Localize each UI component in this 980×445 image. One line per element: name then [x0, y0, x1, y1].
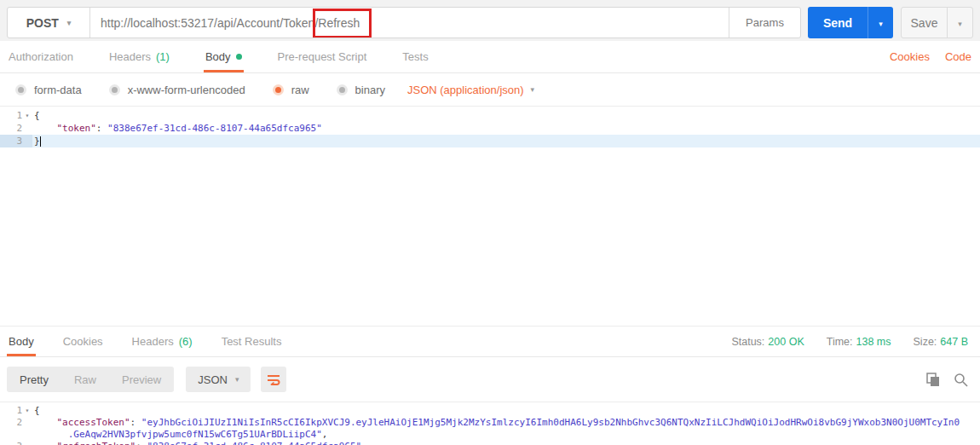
chevron-down-icon: ▾: [67, 19, 72, 27]
search-button[interactable]: [954, 373, 968, 387]
postman-app: POST ▾ http://localhost:53217/api/Accoun…: [0, 0, 980, 445]
code-line: 1▾{: [0, 405, 980, 417]
tab-label: Pre-request Script: [278, 50, 367, 63]
code-link[interactable]: Code: [945, 50, 971, 63]
tab-count-badge: (1): [156, 50, 170, 63]
tab-headers[interactable]: Headers (1): [109, 41, 170, 72]
tab-pre-request-script[interactable]: Pre-request Script: [278, 41, 367, 72]
code-line: .GeAqw2HVN3pfvjpw5umc0fN15wC6Tg51UArBDLi…: [0, 429, 980, 441]
line-number-gutter: 3: [0, 135, 32, 147]
meta-value: 647 B: [940, 336, 968, 348]
format-label: JSON: [198, 373, 228, 386]
radio-form-data[interactable]: form-data: [15, 84, 82, 96]
tab-response-body[interactable]: Body: [9, 327, 34, 356]
tab-label: Cookies: [63, 335, 103, 348]
code-line: 3 "refreshToken": "838e67ef-31cd-486c-81…: [0, 441, 980, 445]
radio-icon: [337, 84, 348, 95]
line-number-gutter: 3: [0, 441, 32, 445]
tab-tests[interactable]: Tests: [402, 41, 428, 72]
time-badge: Time:138 ms: [827, 336, 891, 348]
size-badge: Size:647 B: [914, 336, 968, 348]
radio-binary[interactable]: binary: [337, 84, 385, 96]
radio-icon: [109, 84, 120, 95]
line-number-gutter: 1▾: [0, 109, 32, 122]
radio-label: form-data: [34, 84, 82, 96]
fold-caret-icon[interactable]: ▾: [22, 405, 32, 417]
status-badge: Status:200 OK: [731, 336, 804, 348]
url-text: http://localhost:53217/api/Account/Token…: [101, 16, 318, 30]
line-number-gutter: [0, 429, 32, 441]
params-button[interactable]: Params: [729, 8, 800, 38]
url-bar: POST ▾ http://localhost:53217/api/Accoun…: [7, 7, 801, 38]
tab-label: Body: [205, 50, 231, 63]
tab-test-results[interactable]: Test Results: [222, 327, 282, 356]
copy-button[interactable]: [926, 373, 940, 386]
line-number-gutter: 2: [0, 417, 32, 429]
fold-caret-icon[interactable]: ▾: [22, 109, 32, 122]
send-button-group: Send ▾: [808, 7, 893, 38]
url-refresh-highlight-annotation: Refresh: [318, 16, 360, 30]
code-line: 3}: [0, 135, 980, 147]
request-url-bar-area: POST ▾ http://localhost:53217/api/Accoun…: [0, 0, 980, 41]
line-number-gutter: 1▾: [0, 405, 32, 417]
tab-body[interactable]: Body: [205, 41, 242, 72]
tab-response-cookies[interactable]: Cookies: [63, 327, 103, 356]
save-button-group: Save ▾: [901, 7, 973, 38]
method-selector[interactable]: POST ▾: [8, 8, 90, 38]
response-body-editor[interactable]: 1▾{2 "accessToken": "eyJhbGciOiJIUzI1NiI…: [0, 402, 980, 445]
meta-value: 200 OK: [768, 336, 804, 348]
view-raw-button[interactable]: Raw: [61, 373, 109, 386]
save-button[interactable]: Save: [902, 8, 947, 38]
meta-value: 138 ms: [856, 336, 891, 348]
view-mode-switcher: Pretty Raw Preview: [7, 367, 174, 392]
response-format-selector[interactable]: JSON ▾: [186, 367, 251, 392]
chevron-down-icon: ▾: [879, 20, 883, 28]
wrap-text-button[interactable]: [261, 367, 286, 392]
send-button[interactable]: Send: [808, 7, 868, 38]
radio-icon: [15, 84, 26, 95]
meta-label: Status:: [731, 336, 764, 348]
content-type-selector[interactable]: JSON (application/json) ▾: [407, 84, 534, 96]
radio-raw[interactable]: raw: [273, 84, 309, 96]
response-toolbar-right: [926, 373, 973, 387]
chevron-down-icon: ▾: [531, 85, 535, 94]
code-line: 2 "token": "838e67ef-31cd-486c-8107-44a6…: [0, 122, 980, 135]
chevron-down-icon: ▾: [958, 20, 962, 28]
tab-count-badge: (6): [179, 335, 193, 348]
tab-label: Body: [9, 335, 34, 348]
cookies-link[interactable]: Cookies: [890, 50, 930, 63]
response-section: Body Cookies Headers (6) Test Results St…: [0, 326, 980, 445]
save-dropdown-button[interactable]: ▾: [947, 8, 972, 38]
content-type-label: JSON (application/json): [407, 84, 524, 96]
view-pretty-button[interactable]: Pretty: [7, 373, 61, 386]
meta-label: Size:: [914, 336, 937, 348]
copy-icon: [926, 373, 940, 386]
radio-label: raw: [291, 84, 309, 96]
text-cursor: [40, 136, 41, 147]
request-tabs: Authorization Headers (1) Body Pre-reque…: [0, 41, 980, 73]
method-label: POST: [26, 16, 59, 30]
request-body-editor[interactable]: 1▾{2 "token": "838e67ef-31cd-486c-8107-4…: [0, 106, 980, 251]
tab-authorization[interactable]: Authorization: [9, 41, 73, 72]
tab-label: Authorization: [9, 50, 73, 63]
view-preview-button[interactable]: Preview: [109, 373, 174, 386]
meta-label: Time:: [827, 336, 853, 348]
body-filled-dot-icon: [236, 54, 242, 60]
send-dropdown-button[interactable]: ▾: [868, 7, 893, 38]
chevron-down-icon: ▾: [235, 375, 239, 384]
body-type-bar: form-data x-www-form-urlencoded raw bina…: [0, 73, 980, 106]
response-toolbar: Pretty Raw Preview JSON ▾: [0, 357, 980, 402]
radio-label: x-www-form-urlencoded: [128, 84, 245, 96]
tab-label: Test Results: [222, 335, 282, 348]
radio-selected-icon: [273, 84, 284, 95]
tab-response-headers[interactable]: Headers (6): [132, 327, 193, 356]
tab-label: Headers: [132, 335, 174, 348]
radio-x-www-form-urlencoded[interactable]: x-www-form-urlencoded: [109, 84, 245, 96]
url-input[interactable]: http://localhost:53217/api/Account/Token…: [90, 8, 729, 38]
response-meta: Status:200 OK Time:138 ms Size:647 B: [731, 336, 971, 348]
wrap-text-icon: [267, 373, 280, 385]
code-line: 2 "accessToken": "eyJhbGciOiJIUzI1NiIsIn…: [0, 417, 980, 429]
tab-label: Headers: [109, 50, 151, 63]
tab-label: Tests: [402, 50, 428, 63]
line-number-gutter: 2: [0, 122, 32, 135]
